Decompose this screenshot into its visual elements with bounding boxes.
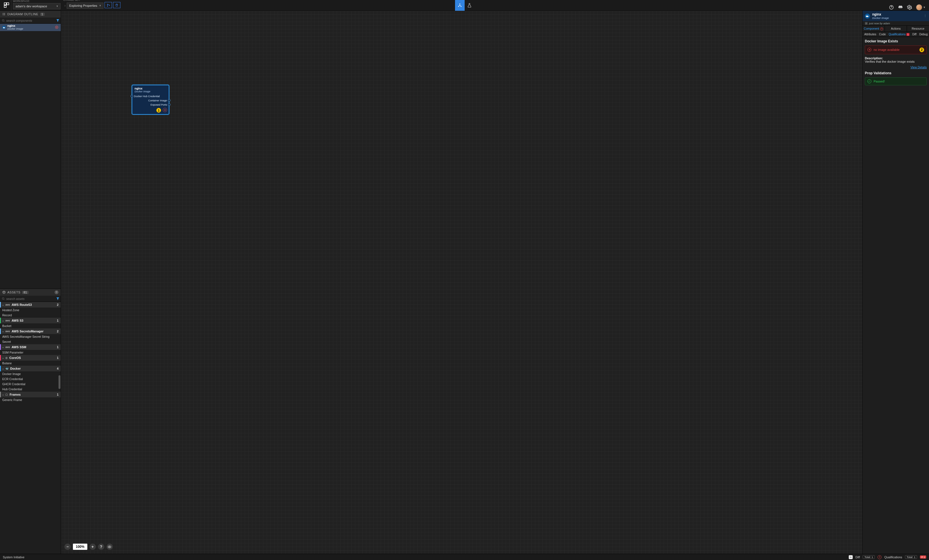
- asset-category[interactable]: ⌄ ◎ CoreOS 1: [0, 355, 61, 361]
- subtab-attributes[interactable]: Attributes: [864, 33, 876, 36]
- asset-category[interactable]: ⌄ aws AWS SSM 1: [0, 344, 61, 350]
- avatar: [916, 4, 922, 11]
- detail-tabs-primary: Component✕ Actions Resource: [863, 26, 929, 32]
- outline-header: DIAGRAM OUTLINE 1: [0, 11, 61, 17]
- asset-item[interactable]: Butane: [0, 361, 61, 366]
- tab-resource[interactable]: Resource: [907, 26, 929, 32]
- asset-item[interactable]: Docker Image: [0, 371, 61, 376]
- svg-rect-1: [6, 3, 8, 5]
- search-icon: [2, 297, 5, 300]
- svg-point-15: [3, 14, 3, 14]
- outline-title: DIAGRAM OUTLINE: [7, 12, 38, 16]
- category-count: 1: [57, 393, 58, 396]
- provider-icon: aws: [5, 303, 10, 306]
- qual-count-badge: 1: [906, 33, 909, 36]
- assets-header: ASSETS 81 ?: [0, 289, 61, 296]
- asset-item[interactable]: Hosted Zone: [0, 308, 61, 313]
- history-text: just now by adam: [869, 22, 890, 25]
- qual-error-icon[interactable]: ✕: [878, 555, 881, 559]
- workspace-label: WORKSPACE:: [13, 0, 60, 3]
- svg-point-17: [2, 20, 4, 21]
- subtab-qualifications[interactable]: Qualifications1: [889, 33, 909, 36]
- qualification-title: Docker Image Exists: [865, 39, 927, 43]
- provider-icon: 🐳: [5, 367, 8, 370]
- input-port[interactable]: [130, 95, 133, 98]
- asset-item[interactable]: Generic Frame: [0, 397, 61, 402]
- chevron-down-icon: ⌄: [2, 330, 4, 333]
- outline-item-nginx[interactable]: nginx Docker Image: [0, 24, 61, 31]
- filter-button[interactable]: [55, 17, 61, 24]
- asset-item[interactable]: Secret: [0, 339, 61, 344]
- tab-component[interactable]: Component✕: [863, 26, 885, 32]
- asset-item[interactable]: Bucket: [0, 323, 61, 329]
- subtab-debug[interactable]: Debug: [920, 33, 927, 36]
- category-count: 2: [57, 303, 58, 306]
- changeset-dropdown[interactable]: Exploring Properties ▼: [67, 3, 103, 9]
- merge-button[interactable]: [104, 2, 112, 8]
- canvas[interactable]: nginx Docker Image Docker Hub Credential…: [61, 11, 862, 554]
- node-nginx[interactable]: nginx Docker Image Docker Hub Credential…: [132, 85, 169, 115]
- asset-item[interactable]: GHCR Credential: [0, 381, 61, 387]
- app-logo[interactable]: [2, 0, 11, 11]
- subtab-code[interactable]: Code: [879, 33, 886, 36]
- tab-actions[interactable]: Actions: [885, 26, 907, 32]
- list-icon: [2, 12, 6, 16]
- assets-search-input[interactable]: [0, 296, 55, 301]
- asset-category[interactable]: ⌄ ▢ Frames 1: [0, 392, 61, 397]
- category-count: 1: [57, 319, 58, 322]
- svg-point-6: [459, 3, 460, 4]
- asset-category[interactable]: ⌄ 🐳 Docker 4: [0, 366, 61, 371]
- chevron-down-icon: ⌄: [2, 393, 4, 396]
- workspace-dropdown[interactable]: adam's dev workspace ▼: [13, 3, 60, 9]
- scrollbar-thumb[interactable]: [58, 375, 60, 389]
- qual-warn-badge[interactable]: ⊘1: [920, 555, 926, 558]
- settings-icon[interactable]: [907, 5, 912, 10]
- output-port[interactable]: [168, 99, 170, 102]
- provider-icon: aws: [5, 319, 10, 322]
- asset-item[interactable]: SSM Parameter: [0, 350, 61, 355]
- help-icon[interactable]: [889, 5, 894, 10]
- asset-category[interactable]: ⌄ aws AWS S3 1: [0, 318, 61, 323]
- outline-search-input[interactable]: [0, 17, 55, 23]
- svg-point-14: [3, 13, 3, 14]
- help-icon[interactable]: ?: [55, 290, 58, 294]
- subtab-diff[interactable]: Diff: [912, 33, 917, 36]
- provider-icon: aws: [5, 330, 10, 333]
- delete-changeset-button[interactable]: [113, 2, 120, 8]
- validation-pass-card: ✓ Passed!: [865, 77, 927, 85]
- zoom-level[interactable]: 100%: [73, 544, 87, 550]
- view-details-link[interactable]: View Details: [865, 66, 927, 69]
- outline-item-type: Docker Image: [7, 28, 23, 31]
- asset-category[interactable]: ⌄ aws AWS Route53 2: [0, 302, 61, 308]
- view-toggle-button[interactable]: [107, 544, 113, 550]
- asset-item[interactable]: AWS SecretsManager Secret String: [0, 334, 61, 339]
- diff-total: Total: 1: [863, 555, 875, 559]
- statusbar: System Initiative ~ Diff Total: 1 ✕ Qual…: [0, 554, 929, 560]
- diff-label[interactable]: Diff: [855, 555, 860, 559]
- filter-button[interactable]: [55, 296, 61, 302]
- node-name: nginx: [135, 87, 167, 90]
- provider-icon: aws: [5, 346, 10, 349]
- chevron-down-icon: ▼: [923, 6, 926, 9]
- diff-indicator-icon[interactable]: ~: [849, 555, 853, 559]
- svg-line-27: [4, 299, 4, 300]
- zoom-in-button[interactable]: +: [90, 544, 96, 550]
- zoom-out-button[interactable]: −: [64, 544, 71, 550]
- canvas-help-button[interactable]: ?: [98, 544, 104, 550]
- tab-model[interactable]: [455, 0, 464, 11]
- tab-lab[interactable]: [464, 0, 474, 11]
- asset-item[interactable]: Hub Credential: [0, 387, 61, 392]
- node-type: Docker Image: [135, 90, 167, 93]
- discord-icon[interactable]: [898, 5, 903, 10]
- asset-item[interactable]: Record: [0, 313, 61, 318]
- category-name: AWS S3: [12, 319, 23, 322]
- asset-category[interactable]: ⌄ aws AWS SecretsManager 2: [0, 329, 61, 334]
- error-icon: ✕: [880, 28, 883, 31]
- qual-label[interactable]: Qualifications: [885, 555, 902, 559]
- changeset-value: Exploring Properties: [69, 4, 97, 7]
- user-menu[interactable]: ▼: [916, 4, 926, 11]
- more-icon[interactable]: ⋮: [924, 14, 927, 18]
- asset-item[interactable]: ECR Credential: [0, 376, 61, 381]
- check-icon: ✓: [868, 80, 871, 83]
- output-port[interactable]: [168, 103, 170, 106]
